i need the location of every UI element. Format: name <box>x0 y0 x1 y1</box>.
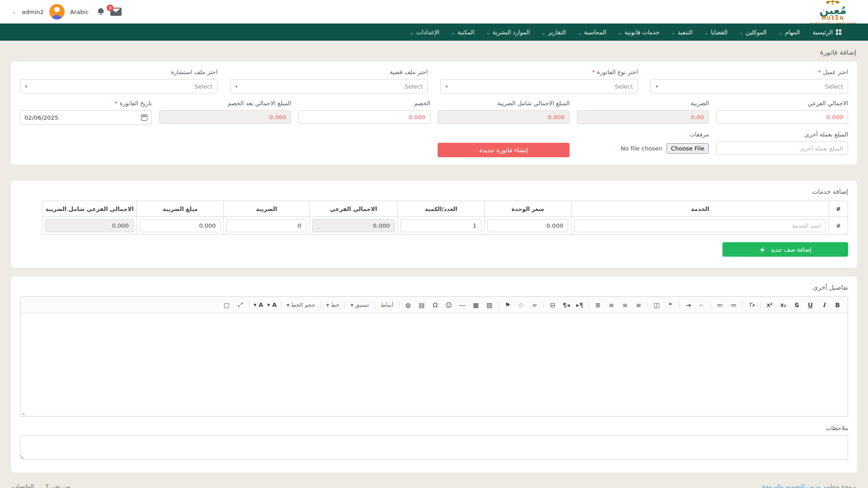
font-size-menu[interactable]: ▾ حجم الخط <box>283 299 318 310</box>
discount-input[interactable] <box>298 110 430 124</box>
avatar[interactable] <box>49 4 65 19</box>
notifications-bell-icon[interactable] <box>97 8 105 16</box>
justify-block-icon[interactable]: ≣ <box>591 299 604 310</box>
styles-menu[interactable]: أنماط <box>377 299 396 310</box>
nav-item[interactable]: التقارير <box>536 23 572 41</box>
page-break-icon[interactable]: ⊟ <box>546 299 559 310</box>
invoice-date-input[interactable]: 02/06/2025 <box>20 110 152 125</box>
row-tax-input[interactable] <box>226 219 306 232</box>
subscript-icon[interactable]: x₂ <box>777 299 790 310</box>
remove-format-icon[interactable]: Tx <box>745 299 758 310</box>
resize-handle-icon[interactable] <box>23 412 26 416</box>
create-invoice-button[interactable]: إنشاء فاتورة جديدة <box>438 143 570 157</box>
nav-item[interactable]: المحاسبة <box>572 23 613 41</box>
justify-right-icon[interactable]: ≡ <box>605 299 618 310</box>
anchor-icon[interactable]: ⚑ <box>501 299 514 310</box>
text-color-icon[interactable]: ▾ A <box>265 299 278 310</box>
underline-icon[interactable]: U <box>804 299 817 310</box>
service-name-input[interactable] <box>574 219 826 232</box>
unit-price-input[interactable] <box>487 219 568 232</box>
superscript-icon[interactable]: x² <box>763 299 776 310</box>
select-dropdown[interactable]: Select <box>230 79 428 94</box>
quantity-input[interactable] <box>401 219 481 232</box>
font-family-menu[interactable]: ▾ خط <box>323 299 343 310</box>
subtotal-input[interactable] <box>716 110 848 124</box>
caret-down-icon <box>445 84 448 89</box>
logo-latin-text: MUEEN <box>821 16 844 21</box>
justify-left-icon[interactable]: ≡ <box>632 299 645 310</box>
editor-content-area[interactable] <box>20 313 848 409</box>
nav-item[interactable]: الموكلين <box>733 23 773 41</box>
select-value: Select <box>825 83 843 90</box>
field-label: اختر عميل <box>823 69 848 75</box>
bidi-language-icon[interactable]: ◍ <box>401 299 415 310</box>
smiley-icon[interactable]: ☺ <box>442 299 455 310</box>
table-icon[interactable]: ▦ <box>469 299 482 310</box>
other-currency-input[interactable] <box>716 141 848 155</box>
nav-item-home[interactable]: الرئيسية <box>807 23 847 41</box>
page-title: إضافة فاتورة <box>0 41 868 61</box>
username[interactable]: admin2 <box>22 9 44 15</box>
increase-indent-icon[interactable]: ⇥ <box>682 299 695 310</box>
nav-item[interactable]: القضايا <box>698 23 733 41</box>
caret-down-icon <box>656 84 658 89</box>
notes-label: ملاحظات <box>20 425 848 432</box>
italic-icon[interactable]: I <box>817 299 830 310</box>
div-container-icon[interactable]: ◫ <box>650 299 663 310</box>
field-label: مرفقات <box>577 131 709 138</box>
nav-item[interactable]: المكتبة <box>445 23 480 41</box>
special-character-icon[interactable]: Ω <box>429 299 442 310</box>
developer-link[interactable]: مزون للتصميم والبرمجة <box>762 483 820 488</box>
paragraph-ltr-icon[interactable]: ▸¶ <box>573 299 586 310</box>
choose-file-button[interactable]: Choose File <box>666 143 709 154</box>
nav-item[interactable]: الموارد البشرية <box>480 23 536 41</box>
about-link[interactable]: من نحن ؟ <box>46 483 70 488</box>
select-all-icon[interactable]: ▢ <box>220 299 233 310</box>
chevron-down-icon[interactable] <box>12 9 16 15</box>
total-after-discount-input <box>159 110 291 124</box>
footer-links: من نحن ؟ الواتساب <box>12 483 70 488</box>
caret-down-icon <box>235 84 238 89</box>
decrease-indent-icon[interactable]: ⇤ <box>695 299 708 310</box>
link-icon[interactable]: ∞ <box>528 299 541 310</box>
services-column-header: الاجمالي الفرعي <box>309 201 397 217</box>
mueen-logo[interactable]: مُعِين MUEEN للمحاماة والاستشارات والخدم… <box>810 0 856 24</box>
bold-icon[interactable]: B <box>831 299 844 310</box>
subtotal-field: الاجمالي الفرعي <box>716 100 848 125</box>
select-dropdown[interactable]: Select <box>20 79 217 94</box>
services-column-header: الاجمالي الفرعي شامل الضريبة <box>42 201 137 217</box>
unlink-icon[interactable]: ⊘ <box>514 299 528 310</box>
messages-envelope-icon[interactable]: 0 <box>110 8 122 16</box>
row-tax-amount-input[interactable] <box>140 219 221 232</box>
services-column-header: الخدمة <box>571 201 829 217</box>
justify-center-icon[interactable]: ≡ <box>618 299 632 310</box>
add-row-button[interactable]: إضافة صف جديد + <box>722 242 848 257</box>
numbered-list-icon[interactable]: ≔ <box>727 299 740 310</box>
language-selector[interactable]: Arabic <box>70 9 89 15</box>
paragraph-format-menu[interactable]: ▾ تنسيق <box>347 299 372 310</box>
select-dropdown[interactable]: Select <box>440 79 638 94</box>
blockquote-icon[interactable]: ❝ <box>664 299 677 310</box>
strikethrough-icon[interactable]: S <box>790 299 803 310</box>
insert-template-icon[interactable]: ▤ <box>415 299 428 310</box>
bulleted-list-icon[interactable]: ≕ <box>713 299 726 310</box>
select-field: اختر عميل * Select <box>651 69 848 94</box>
background-color-icon[interactable]: ▾ A <box>252 299 265 310</box>
horizontal-rule-icon[interactable]: ― <box>456 299 469 310</box>
nav-item[interactable]: المهام <box>773 23 806 41</box>
whatsapp-link[interactable]: الواتساب <box>12 483 34 488</box>
nav-item-label: الرئيسية <box>812 29 833 36</box>
invoice-form-card: اختر عميل * Select اختر نوع الفاتورة * S… <box>11 61 857 164</box>
plus-icon: + <box>759 245 765 254</box>
select-dropdown[interactable]: Select <box>651 79 848 94</box>
nav-item[interactable]: التنفيذ <box>665 23 698 41</box>
maximize-icon[interactable]: ⤢ <box>234 299 247 310</box>
attachments-field: مرفقات Choose File No file chosen <box>577 131 709 157</box>
notes-textarea[interactable] <box>20 435 848 460</box>
paragraph-rtl-icon[interactable]: ¶◂ <box>560 299 573 310</box>
services-column-header: سعر الوحدة <box>484 201 571 217</box>
toolbar-separator <box>711 301 711 309</box>
nav-item[interactable]: الإعدادات <box>404 23 445 41</box>
nav-item[interactable]: خدمات قانونية <box>612 23 665 41</box>
image-icon[interactable]: ▧ <box>483 299 496 310</box>
